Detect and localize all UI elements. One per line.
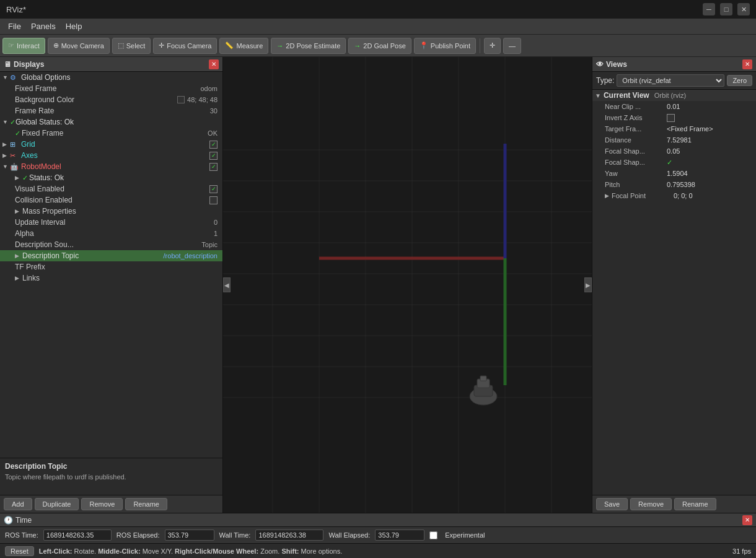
axes-checkbox[interactable] xyxy=(209,152,218,160)
menu-panels[interactable]: Panels xyxy=(26,20,61,32)
distance-row[interactable]: Distance 7.52981 xyxy=(592,134,756,146)
tf-prefix-row[interactable]: TF Prefix xyxy=(0,261,222,272)
remove-button[interactable]: Remove xyxy=(81,498,123,510)
collision-enabled-checkbox[interactable] xyxy=(209,196,218,204)
menu-file[interactable]: File xyxy=(3,20,26,32)
restore-button[interactable]: □ xyxy=(720,3,732,15)
visual-enabled-row[interactable]: Visual Enabled xyxy=(0,183,222,194)
minimize-button[interactable]: ─ xyxy=(703,3,715,15)
ros-elapsed-input[interactable] xyxy=(165,530,214,541)
rename-button[interactable]: Rename xyxy=(125,498,167,510)
zero-button[interactable]: Zero xyxy=(727,75,752,86)
publish-point-button[interactable]: 📍 Publish Point xyxy=(414,38,476,54)
interact-button[interactable]: ☞ Interact xyxy=(2,38,45,54)
focal-shape2-row[interactable]: Focal Shap... ✓ xyxy=(592,157,756,168)
background-color-swatch xyxy=(177,96,185,103)
axes-arrow: ▶ xyxy=(2,152,10,159)
current-view-header[interactable]: ▼ Current View Orbit (rviz) xyxy=(592,90,756,101)
pitch-row[interactable]: Pitch 0.795398 xyxy=(592,179,756,190)
time-panel-header: 🕐 Time ✕ xyxy=(0,513,756,527)
pose-estimate-button[interactable]: → 2D Pose Estimate xyxy=(271,38,346,54)
views-remove-button[interactable]: Remove xyxy=(630,498,672,510)
links-row[interactable]: ▶ Links xyxy=(0,272,222,284)
grid-arrow: ▶ xyxy=(2,141,10,147)
displays-close-button[interactable]: ✕ xyxy=(209,59,219,69)
plus-icon: ✛ xyxy=(490,41,495,50)
toolbar-plus-button[interactable]: ✛ xyxy=(484,38,501,54)
invert-z-row[interactable]: Invert Z Axis xyxy=(592,112,756,123)
robot-model-row[interactable]: ▼ 🤖 RobotModel xyxy=(0,161,222,172)
global-status-fixed-frame-value: OK xyxy=(208,129,218,137)
target-frame-row[interactable]: Target Fra... <Fixed Frame> xyxy=(592,123,756,134)
window-title: RViz* xyxy=(6,5,26,14)
global-status-row[interactable]: ▼ ✓ Global Status: Ok xyxy=(0,116,222,128)
goal-pose-button[interactable]: → 2D Goal Pose xyxy=(348,38,411,54)
pitch-label: Pitch xyxy=(605,181,667,188)
near-clip-row[interactable]: Near Clip ... 0.01 xyxy=(592,101,756,112)
robot-model-label: RobotModel xyxy=(21,162,209,171)
focal-shape1-row[interactable]: Focal Shap... 0.05 xyxy=(592,146,756,157)
time-close-button[interactable]: ✕ xyxy=(742,515,752,525)
desc-topic-label: Description Topic xyxy=(22,251,164,260)
fixed-frame-row[interactable]: Fixed Frame odom xyxy=(0,83,222,94)
displays-tree[interactable]: ▼ ⚙ Global Options Fixed Frame odom Back… xyxy=(0,72,222,458)
yaw-row[interactable]: Yaw 1.5904 xyxy=(592,168,756,179)
grid-checkbox[interactable] xyxy=(209,141,218,149)
collapse-left-arrow[interactable]: ◀ xyxy=(223,277,231,292)
desc-source-row[interactable]: Description Sou... Topic xyxy=(0,239,222,250)
svg-rect-22 xyxy=(480,376,486,381)
reset-button[interactable]: Reset xyxy=(5,546,34,556)
ros-time-input[interactable] xyxy=(43,530,112,541)
views-save-button[interactable]: Save xyxy=(596,498,628,510)
axes-row[interactable]: ▶ ✂ Axes xyxy=(0,150,222,161)
close-button[interactable]: ✕ xyxy=(737,3,750,15)
desc-topic-row[interactable]: ▶ Description Topic /robot_description xyxy=(0,250,222,261)
wall-elapsed-label: Wall Elapsed: xyxy=(328,531,370,539)
measure-button[interactable]: 📏 Measure xyxy=(219,38,268,54)
focal-point-arrow: ▶ xyxy=(605,193,609,199)
background-color-label: Background Color xyxy=(15,95,177,104)
experimental-checkbox[interactable] xyxy=(429,531,437,539)
grid-svg xyxy=(223,57,592,513)
focal-shape2-value: ✓ xyxy=(667,159,672,167)
mass-properties-row[interactable]: ▶ Mass Properties xyxy=(0,206,222,217)
menu-help[interactable]: Help xyxy=(61,20,87,32)
robot-model-arrow: ▼ xyxy=(2,163,10,170)
wall-elapsed-input[interactable] xyxy=(375,530,424,541)
duplicate-button[interactable]: Duplicate xyxy=(35,498,79,510)
robot-model-checkbox[interactable] xyxy=(209,163,218,171)
interact-icon: ☞ xyxy=(8,41,14,50)
menubar: File Panels Help xyxy=(0,19,756,35)
views-rename-button[interactable]: Rename xyxy=(674,498,716,510)
frame-rate-value: 30 xyxy=(210,107,218,115)
pitch-value: 0.795398 xyxy=(667,181,695,188)
background-color-row[interactable]: Background Color 48; 48; 48 xyxy=(0,94,222,105)
collapse-right-arrow[interactable]: ▶ xyxy=(584,277,592,292)
views-type-label: Type: xyxy=(596,76,614,85)
links-label: Links xyxy=(22,274,220,282)
focus-camera-button[interactable]: ✛ Focus Camera xyxy=(153,38,217,54)
select-button[interactable]: ⬚ Select xyxy=(112,38,151,54)
wall-time-input[interactable] xyxy=(255,530,323,541)
alpha-row[interactable]: Alpha 1 xyxy=(0,228,222,239)
move-camera-button[interactable]: ⊕ Move Camera xyxy=(48,38,110,54)
add-button[interactable]: Add xyxy=(4,498,32,510)
views-type-select[interactable]: Orbit (rviz_defat xyxy=(617,74,724,87)
toolbar-minus-button[interactable]: — xyxy=(503,38,521,54)
description-text: Topic where filepath to urdf is publishe… xyxy=(5,473,218,481)
collision-enabled-row[interactable]: Collision Enabled xyxy=(0,194,222,206)
distance-label: Distance xyxy=(605,136,667,144)
alpha-label: Alpha xyxy=(15,229,214,238)
focal-point-row[interactable]: ▶ Focal Point 0; 0; 0 xyxy=(592,190,756,201)
visual-enabled-checkbox[interactable] xyxy=(209,185,218,193)
desc-source-label: Description Sou... xyxy=(15,240,201,249)
invert-z-checkbox[interactable] xyxy=(667,114,675,122)
update-interval-row[interactable]: Update Interval 0 xyxy=(0,217,222,228)
viewport[interactable]: ◀ ▶ xyxy=(223,57,592,513)
robot-status-row[interactable]: ▶ ✓ Status: Ok xyxy=(0,172,222,183)
global-options-row[interactable]: ▼ ⚙ Global Options xyxy=(0,72,222,83)
global-status-fixed-frame-row[interactable]: ✓ Fixed Frame OK xyxy=(0,128,222,139)
frame-rate-row[interactable]: Frame Rate 30 xyxy=(0,105,222,116)
views-close-button[interactable]: ✕ xyxy=(742,59,752,69)
grid-row[interactable]: ▶ ⊞ Grid xyxy=(0,139,222,150)
